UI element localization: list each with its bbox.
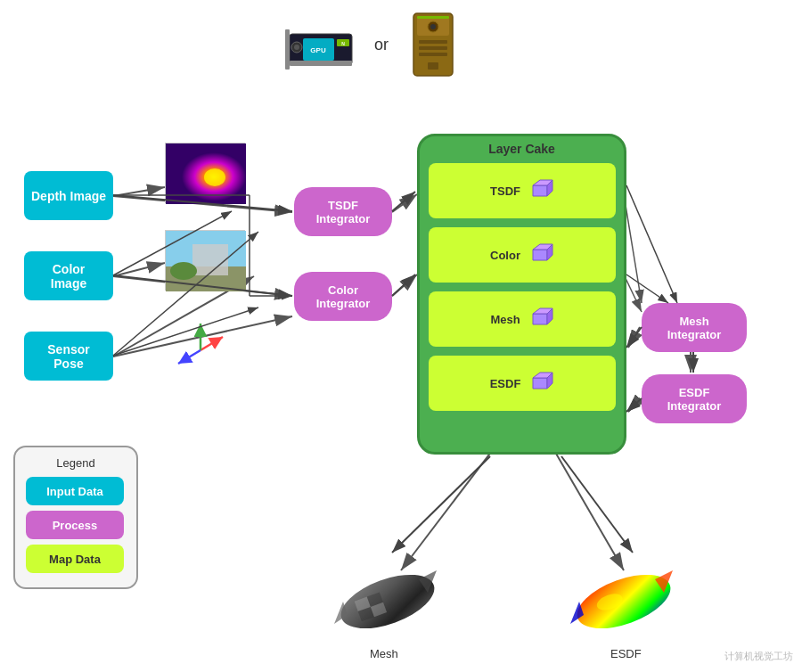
svg-line-14: [628, 398, 640, 412]
svg-rect-34: [417, 16, 449, 19]
svg-point-59: [334, 564, 441, 640]
color-integrator-box: ColorIntegrator: [294, 272, 392, 321]
svg-rect-28: [419, 40, 447, 44]
svg-line-80: [392, 275, 415, 296]
legend-map-data: Map Data: [26, 545, 124, 573]
svg-line-10: [628, 398, 640, 412]
svg-text:GPU: GPU: [310, 46, 326, 54]
svg-line-11: [624, 194, 642, 303]
svg-point-40: [170, 262, 197, 280]
sensor-pose-box: SensorPose: [24, 332, 113, 381]
svg-marker-53: [533, 314, 547, 324]
esdf-output-label: ESDF: [610, 647, 642, 660]
svg-line-12: [624, 275, 642, 312]
svg-line-43: [178, 350, 200, 364]
svg-marker-56: [533, 378, 547, 389]
svg-point-22: [294, 45, 299, 50]
color-layer: Color: [429, 227, 616, 283]
svg-point-36: [204, 168, 225, 186]
svg-rect-30: [419, 53, 447, 56]
or-label: or: [374, 36, 389, 54]
svg-rect-33: [428, 62, 438, 70]
svg-line-8: [392, 275, 417, 296]
svg-line-41: [200, 337, 223, 350]
mesh-integrator-box: MeshIntegrator: [642, 303, 747, 352]
sensor-pose-axes: [174, 319, 227, 373]
svg-line-79: [392, 192, 415, 211]
svg-line-81: [626, 185, 677, 303]
color-image-box: ColorImage: [24, 251, 113, 300]
svg-line-86: [392, 456, 490, 553]
svg-text:N: N: [341, 41, 345, 46]
svg-point-66: [570, 564, 677, 640]
layer-cake-title: Layer Cake: [420, 136, 624, 160]
color-image-thumb: [165, 230, 245, 291]
tsdf-integrator-box: TSDFIntegrator: [294, 187, 392, 236]
legend-title: Legend: [26, 456, 126, 470]
hardware-section: GPU N or: [285, 9, 460, 80]
server-icon: [406, 9, 460, 80]
svg-marker-47: [533, 185, 547, 196]
mesh-layer: Mesh: [429, 291, 616, 347]
layer-cake: Layer Cake TSDF Color Mesh: [417, 134, 626, 455]
legend-box: Legend Input Data Process Map Data: [13, 446, 138, 589]
watermark: 计算机视觉工坊: [724, 650, 793, 663]
svg-line-1: [113, 187, 165, 196]
svg-marker-50: [533, 250, 547, 260]
esdf-output-image: [566, 553, 664, 633]
legend-input-data: Input Data: [26, 477, 124, 505]
svg-line-9: [628, 327, 640, 348]
gpu-card-icon: GPU N: [285, 16, 356, 74]
svg-point-32: [430, 24, 436, 29]
svg-line-3: [113, 263, 165, 276]
svg-rect-25: [285, 29, 290, 70]
svg-line-7: [392, 194, 417, 212]
depth-image-thumb: [165, 143, 245, 203]
depth-image-box: Depth Image: [24, 171, 113, 220]
svg-rect-20: [290, 61, 352, 66]
legend-process: Process: [26, 511, 124, 539]
esdf-integrator-box: ESDFIntegrator: [642, 374, 747, 423]
esdf-layer: ESDF: [429, 356, 616, 411]
mesh-output-label: Mesh: [370, 647, 398, 660]
svg-line-82: [626, 275, 668, 303]
svg-rect-39: [192, 244, 228, 275]
mesh-output-image: [330, 553, 428, 633]
diagram-container: GPU N or Depth Image: [0, 0, 802, 672]
svg-line-83: [626, 327, 642, 348]
tsdf-layer: TSDF: [429, 163, 616, 218]
svg-line-85: [626, 398, 642, 412]
svg-line-87: [561, 456, 633, 553]
svg-rect-29: [419, 46, 447, 50]
